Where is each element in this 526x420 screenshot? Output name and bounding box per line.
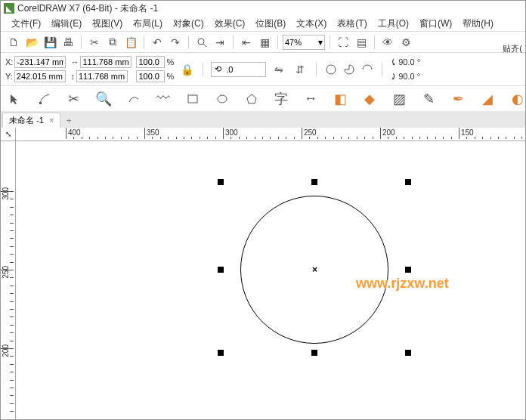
menu-edit[interactable]: 编辑(E) [47,16,86,32]
titlebar: ◣ CorelDRAW X7 (64-Bit) - 未命名 -1 [1,1,525,16]
scale-x-input[interactable] [136,56,165,68]
dropdown-icon[interactable]: ▾ [318,37,323,48]
selection-handle[interactable] [405,267,411,273]
paste-icon[interactable]: 📋 [122,34,139,51]
import-icon[interactable]: ⇥ [212,34,228,51]
outline-tool-icon[interactable]: ✒ [450,91,466,107]
app-logo-icon: ◣ [4,3,14,14]
pick-tool-icon[interactable] [7,91,23,107]
end-angle-icon: ⤸ [390,72,397,82]
shape-tool-icon[interactable] [36,91,52,107]
fullscreen-icon[interactable]: ⛶ [335,34,351,51]
selection-handle[interactable] [405,179,411,185]
snap-label[interactable]: 贴齐( [503,43,522,54]
menu-view[interactable]: 视图(V) [88,16,127,32]
selection-handle[interactable] [218,179,224,185]
ellipse-mode-icon[interactable] [324,63,338,76]
menu-layout[interactable]: 布局(L) [128,16,167,32]
publish-icon[interactable]: ▦ [256,34,273,51]
ellipse-tool-icon[interactable] [214,91,230,107]
transparency-tool-icon[interactable]: ▨ [391,91,407,107]
preview-icon[interactable]: 👁 [379,34,396,51]
lock-ratio-icon[interactable]: 🔒 [178,61,195,78]
start-angle[interactable]: 90.0 ° [398,57,420,66]
pct-label: % [166,57,174,66]
mirror-h-icon[interactable]: ⇋ [271,61,287,78]
selection-handle[interactable] [405,350,411,356]
selection-handle[interactable] [311,350,317,356]
undo-icon[interactable]: ↶ [149,34,166,51]
zoom-input[interactable] [285,38,318,47]
zoom-tool-icon[interactable]: 🔍 [95,91,112,107]
close-icon[interactable]: × [49,116,54,125]
vertical-ruler[interactable]: 300250200150 [1,141,16,419]
crop-tool-icon[interactable]: ✂ [66,91,82,107]
artistic-media-icon[interactable]: 〰 [155,91,171,107]
height-input[interactable] [76,70,128,82]
selection-handle[interactable] [218,350,224,356]
fill-tool-icon[interactable]: ◢ [480,91,496,107]
scale-y-input[interactable] [136,70,165,82]
size-group: ↔ ↕ [70,55,132,83]
polygon-tool-icon[interactable] [243,91,259,107]
end-angle[interactable]: 90.0 ° [398,72,420,81]
center-handle-icon[interactable]: × [312,264,317,275]
menu-text[interactable]: 文本(X) [292,16,331,32]
new-tab-icon[interactable]: + [62,114,76,128]
zoom-combo[interactable]: ▾ [283,35,325,50]
menu-table[interactable]: 表格(T) [333,16,371,32]
rotation-input[interactable] [224,63,262,76]
width-icon: ↔ [70,57,79,66]
horizontal-ruler[interactable]: 400350300250200150100 [16,128,525,141]
menu-help[interactable]: 帮助(H) [458,16,498,32]
mirror-v-icon[interactable]: ⇵ [292,61,308,78]
separator [382,63,382,76]
save-icon[interactable]: 💾 [42,34,58,51]
export-icon[interactable]: ⇤ [238,34,255,51]
rotate-icon: ⟲ [215,64,221,74]
copy-icon[interactable]: ⧉ [104,34,121,51]
menu-tools[interactable]: 工具(O) [373,16,413,32]
rulers-icon[interactable]: ▤ [353,34,370,51]
separator [233,36,234,49]
position-group: X: Y: [5,55,66,83]
interactive-fill-icon[interactable]: ◐ [509,91,525,107]
angle-group: ⤹90.0 ° ⤸90.0 ° [390,55,420,83]
app-title: CorelDRAW X7 (64-Bit) - 未命名 -1 [17,2,158,15]
menu-file[interactable]: 文件(F) [7,16,45,32]
arc-mode-icon[interactable] [360,63,374,76]
redo-icon[interactable]: ↷ [167,34,184,51]
options-icon[interactable]: ⚙ [398,34,414,51]
open-icon[interactable]: 📂 [23,34,40,51]
separator [316,63,317,76]
selection-handle[interactable] [311,179,317,185]
menu-object[interactable]: 对象(C) [169,16,209,32]
document-tabs: 未命名 -1 × + [1,111,525,128]
print-icon[interactable]: 🖶 [60,34,76,51]
canvas[interactable]: × www.rjzxw.net [16,141,525,419]
connector-tool-icon[interactable]: ◧ [333,91,348,107]
freehand-tool-icon[interactable] [125,91,141,107]
y-input[interactable] [14,70,66,82]
rectangle-tool-icon[interactable] [184,91,200,107]
selection-handle[interactable] [218,267,224,273]
tab-active[interactable]: 未命名 -1 × [2,113,60,128]
pie-mode-icon[interactable] [342,63,356,76]
search-icon[interactable] [193,34,210,51]
separator [81,36,82,49]
ruler-origin-icon[interactable]: ⤡ [1,128,16,141]
new-icon[interactable]: 🗋 [5,34,22,51]
rotation-field[interactable]: ⟲ [211,62,266,77]
text-tool-icon[interactable]: 字 [274,91,289,107]
dimension-tool-icon[interactable]: ↔ [303,91,319,107]
height-icon: ↕ [70,72,75,81]
menu-window[interactable]: 窗口(W) [415,16,456,32]
cut-icon[interactable]: ✂ [86,34,103,51]
effects-tool-icon[interactable]: ◆ [362,91,378,107]
toolbox-row: ✂ 🔍 〰 字 ↔ ◧ ◆ ▨ ✎ ✒ ◢ ◐ [1,85,525,111]
menu-bitmap[interactable]: 位图(B) [251,16,290,32]
eyedropper-tool-icon[interactable]: ✎ [421,91,437,107]
x-input[interactable] [14,56,66,68]
width-input[interactable] [80,56,132,68]
menu-effect[interactable]: 效果(C) [210,16,250,32]
